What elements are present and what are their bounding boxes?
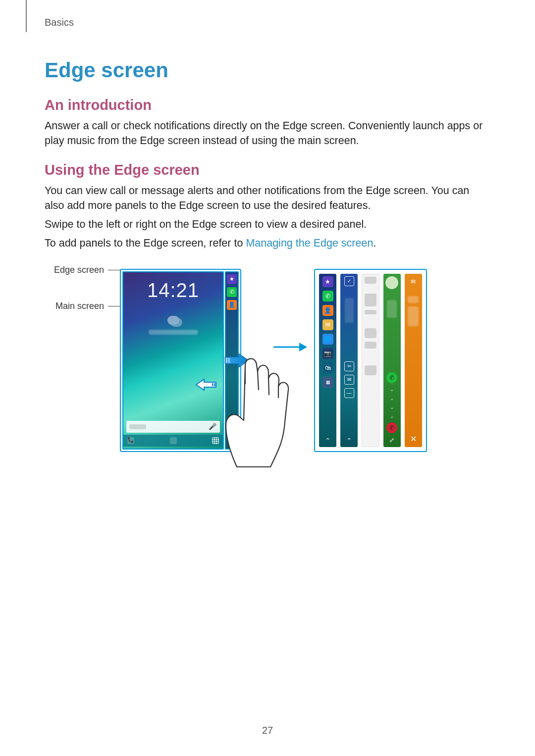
caller-avatar [385, 276, 398, 289]
edge-contact-icon: 👤 [227, 300, 237, 310]
call-tick-icon: ⌄ [390, 413, 394, 419]
panel-message-icon: ✉ [344, 375, 354, 385]
panel-star-icon: ★ [322, 276, 333, 287]
message-body-smear [408, 306, 419, 326]
section-header: Basics [45, 17, 74, 28]
hand-illustration [223, 348, 302, 472]
panel-globe-icon: 🌐 [322, 334, 333, 345]
message-sender-smear [408, 296, 419, 303]
callout-edge-screen: Edge screen [35, 265, 104, 275]
header-rule [26, 0, 27, 32]
edge-panels-preview: ★ ✆ 👤 ✉ 🌐 📷 🛍 ▦ ⌃ ✓ ✂ ✉ — [314, 269, 427, 452]
panel-strip-list [362, 274, 379, 447]
using-p3-prefix: To add panels to the Edge screen, refer … [45, 237, 246, 249]
reject-call-icon: ✆ [386, 422, 397, 433]
panel-envelope-icon: ✉ [408, 276, 419, 287]
list-item [365, 310, 376, 314]
edge-star-icon: ★ [227, 274, 237, 284]
search-bar [126, 421, 220, 433]
list-item [365, 342, 376, 349]
tap-hint [149, 330, 198, 335]
panel-strip-apps: ★ ✆ 👤 ✉ 🌐 📷 🛍 ▦ ⌃ [319, 274, 336, 447]
transition-arrow-icon [272, 341, 307, 353]
page-title: Edge screen [45, 58, 490, 82]
list-item [365, 294, 376, 306]
panel-check-icon: ✓ [344, 276, 354, 286]
dock [123, 435, 223, 447]
svg-rect-2 [212, 383, 214, 386]
page-number: 27 [0, 725, 535, 736]
panel-apps-chevron-up-icon: ⌃ [325, 437, 331, 446]
call-tick-icon: ⌄ [390, 404, 394, 410]
svg-rect-3 [214, 383, 215, 386]
call-tick-icon: ⌄ [390, 396, 394, 401]
edge-screen-figure: Edge screen Main screen 14:21 [45, 264, 490, 472]
using-p1: You can view call or message alerts and … [45, 183, 490, 213]
expand-icon: ⤢ [389, 437, 394, 446]
panel-strip-message: ✉ ✕ [405, 274, 422, 447]
panel-call-icon: ✆ [322, 291, 333, 302]
dock-nav-cluster [170, 437, 177, 444]
using-p2: Swipe to the left or right on the Edge s… [45, 217, 490, 232]
managing-edge-link[interactable]: Managing the Edge screen [246, 237, 373, 249]
dock-phone-icon [127, 437, 134, 444]
lock-date [123, 302, 223, 307]
panel-mail-icon: ✉ [322, 319, 333, 330]
panel-apps-grid-icon: ▦ [322, 377, 333, 388]
panel-store-icon: 🛍 [322, 362, 333, 373]
caller-name-smear [387, 300, 397, 318]
intro-heading: An introduction [45, 97, 490, 113]
swipe-left-arrow-icon [195, 378, 217, 392]
call-tick-icon: ⌄ [390, 387, 394, 392]
using-p3-suffix: . [373, 237, 376, 249]
accept-call-icon: ✆ [386, 372, 397, 383]
panel-contact-icon: 👤 [322, 305, 333, 316]
callout-main-screen: Main screen [35, 301, 104, 311]
using-p3: To add panels to the Edge screen, refer … [45, 236, 490, 251]
panel-strip-tools: ✓ ✂ ✉ — ⌃ [340, 274, 358, 447]
panel-camera-icon: 📷 [322, 348, 333, 359]
panel-strip-call: ✆ ⌄ ⌄ ⌄ ⌄ ✆ ⤢ [383, 274, 401, 447]
edge-call-icon: ✆ [227, 287, 237, 297]
weather-icon [123, 316, 223, 327]
dock-apps-icon [212, 437, 219, 444]
phone-main-screen: 14:21 [122, 271, 224, 450]
panel-tools-chevron-up-icon: ⌃ [346, 437, 352, 446]
panel-dash-icon: — [344, 388, 354, 398]
list-item [365, 328, 376, 338]
lock-clock: 14:21 [123, 279, 223, 302]
intro-body: Answer a call or check notifications dir… [45, 118, 490, 148]
close-icon: ✕ [410, 434, 417, 446]
using-heading: Using the Edge screen [45, 162, 490, 178]
list-item [365, 277, 376, 284]
list-item [365, 365, 376, 375]
panel-scissors-icon: ✂ [344, 361, 354, 371]
panel-text-smear [345, 298, 354, 323]
